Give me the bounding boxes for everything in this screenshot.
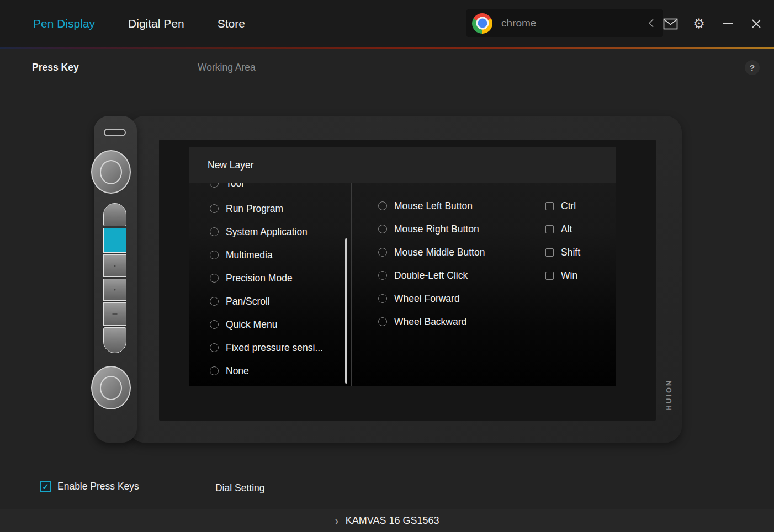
modifier-keys: Ctrl Alt Shift Win (545, 194, 580, 287)
option-label: Wheel Backward (394, 316, 466, 328)
tab-working-area[interactable]: Working Area (198, 62, 256, 73)
modifier-label: Ctrl (561, 200, 576, 212)
settings-gear-icon[interactable]: ⚙ (691, 16, 707, 31)
radio-icon (378, 317, 387, 326)
radio-icon (210, 227, 219, 236)
radio-icon (210, 204, 219, 213)
option-label: Mouse Left Button (394, 200, 473, 212)
option-wheel-forward[interactable]: Wheel Forward (352, 287, 616, 310)
option-label: Double-Left Click (394, 270, 468, 281)
radio-icon (210, 366, 219, 375)
dial-top[interactable] (91, 150, 131, 194)
radio-icon (378, 225, 387, 233)
option-label: Wheel Forward (394, 293, 460, 305)
nav-store[interactable]: Store (218, 17, 245, 30)
option-label: Mouse Middle Button (394, 247, 485, 258)
radio-icon (378, 294, 387, 303)
app-selector[interactable]: chrome (466, 9, 663, 37)
dial-setting-button[interactable]: Dial Setting (215, 482, 265, 494)
list-item-multimedia[interactable]: Multimedia (189, 243, 351, 267)
function-list: Tool Run Program System Application Mult… (189, 183, 352, 386)
help-button[interactable]: ? (745, 60, 760, 75)
modifier-label: Alt (561, 224, 572, 235)
modifier-alt[interactable]: Alt (545, 217, 580, 241)
modifier-win[interactable]: Win (545, 264, 580, 287)
option-wheel-backward[interactable]: Wheel Backward (352, 310, 616, 333)
chevron-right-icon: › (335, 514, 338, 527)
app-selector-name: chrome (501, 17, 648, 29)
dialog-title: New Layer (189, 147, 616, 183)
modifier-label: Shift (561, 247, 580, 258)
mouse-options-panel: Mouse Left Button Mouse Right Button Mou… (352, 183, 616, 386)
list-item-label: Pan/Scroll (226, 296, 270, 307)
list-item-run-program[interactable]: Run Program (189, 197, 351, 220)
minimize-icon[interactable] (720, 16, 735, 31)
window-controls: ⚙ (662, 0, 764, 47)
checkbox-icon (545, 272, 554, 280)
key-function-dialog: New Layer Tool Run Program System Applic… (189, 147, 616, 386)
list-item-tool[interactable]: Tool (189, 183, 351, 197)
press-key-5[interactable] (103, 302, 126, 326)
press-key-6[interactable] (103, 327, 126, 353)
main-nav: Pen Display Digital Pen Store (33, 0, 245, 47)
accent-divider (0, 47, 774, 49)
device-name: KAMVAS 16 GS1563 (346, 515, 439, 526)
usb-port (104, 129, 126, 136)
list-item-label: Precision Mode (226, 273, 293, 284)
enable-press-keys-label: Enable Press Keys (57, 481, 139, 492)
dialog-body: Tool Run Program System Application Mult… (189, 183, 616, 386)
modifier-label: Win (561, 270, 577, 281)
press-key-3[interactable] (103, 254, 126, 277)
press-key-4[interactable] (103, 279, 126, 301)
modifier-shift[interactable]: Shift (545, 241, 580, 264)
radio-icon (210, 343, 219, 352)
huion-driver-window: Pen Display Digital Pen Store chrome ⚙ (0, 0, 774, 532)
chrome-icon (472, 13, 492, 34)
list-item-label: Quick Menu (226, 319, 277, 331)
list-item-label: Run Program (226, 203, 283, 215)
modifier-ctrl[interactable]: Ctrl (545, 194, 580, 217)
radio-icon (210, 251, 219, 259)
list-item-precision-mode[interactable]: Precision Mode (189, 267, 351, 290)
press-key-2-active[interactable] (103, 228, 126, 253)
chevron-left-icon[interactable] (648, 18, 654, 29)
huion-brand-label: HUION (665, 379, 673, 411)
radio-icon (210, 274, 219, 283)
checkbox-icon (545, 202, 554, 210)
radio-icon (210, 183, 219, 188)
list-item-label: Tool (226, 183, 243, 189)
press-key-1[interactable] (103, 203, 126, 226)
tab-press-key[interactable]: Press Key (32, 62, 79, 73)
radio-icon (210, 297, 219, 306)
mail-icon[interactable] (662, 16, 678, 31)
list-item-fixed-pressure[interactable]: Fixed pressure sensi... (189, 336, 351, 359)
option-label: Mouse Right Button (394, 224, 479, 235)
radio-icon (378, 201, 387, 210)
radio-icon (378, 271, 387, 280)
statusbar[interactable]: › KAMVAS 16 GS1563 (0, 509, 774, 532)
list-item-none[interactable]: None (189, 359, 351, 382)
radio-icon (210, 320, 219, 329)
checked-checkbox-icon[interactable]: ✓ (40, 481, 51, 492)
checkbox-icon (545, 248, 554, 257)
nav-pen-display[interactable]: Pen Display (33, 17, 95, 30)
list-item-pan-scroll[interactable]: Pan/Scroll (189, 290, 351, 313)
dial-bottom[interactable] (91, 366, 131, 409)
list-item-label: Multimedia (226, 249, 273, 261)
checkbox-icon (545, 225, 554, 233)
list-item-quick-menu[interactable]: Quick Menu (189, 313, 351, 336)
list-item-system-application[interactable]: System Application (189, 220, 351, 243)
press-keys (103, 203, 126, 353)
nav-digital-pen[interactable]: Digital Pen (128, 17, 184, 30)
list-scrollbar[interactable] (345, 238, 347, 384)
list-item-label: None (226, 365, 249, 377)
close-icon[interactable] (749, 16, 764, 31)
titlebar: Pen Display Digital Pen Store chrome ⚙ (0, 0, 774, 47)
radio-icon (378, 248, 387, 257)
list-item-label: System Application (226, 226, 308, 238)
enable-press-keys-control[interactable]: ✓ Enable Press Keys (40, 481, 139, 492)
list-item-label: Fixed pressure sensi... (226, 342, 323, 354)
